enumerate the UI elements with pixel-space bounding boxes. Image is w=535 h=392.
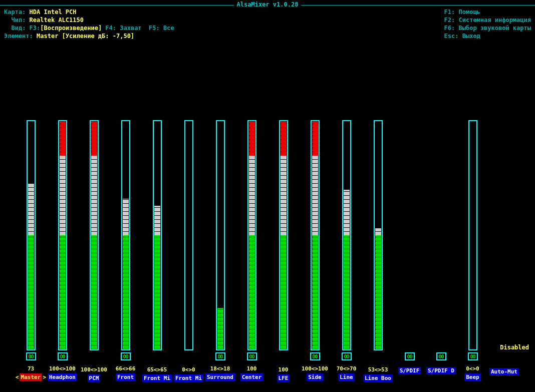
volume-slot [216, 115, 225, 350]
volume-bar[interactable] [216, 120, 225, 350]
mute-toggle[interactable]: OO [468, 352, 478, 360]
volume-bar[interactable] [374, 120, 383, 350]
mixer-channel[interactable]: OOS/PDIF [394, 115, 425, 382]
channel-level: 0<>0 [466, 365, 479, 372]
channel-label[interactable]: Center [240, 373, 263, 381]
volume-bar[interactable] [279, 120, 288, 350]
volume-bar[interactable] [184, 120, 193, 350]
mute-toggle[interactable]: OO [342, 352, 352, 360]
mixer-channel[interactable]: OO70<>70Line [331, 115, 362, 382]
channel-level: 100 [247, 365, 257, 372]
app-title-bar: AlsaMixer v1.0.28 [0, 1, 535, 8]
mixer-channel[interactable]: Auto-Mut [488, 115, 520, 382]
volume-slot [153, 115, 162, 350]
mute-toggle[interactable]: OO [215, 352, 225, 360]
mixer-channel[interactable]: OO100Center [236, 115, 268, 382]
volume-slot [279, 115, 288, 350]
mute-toggle[interactable]: OO [310, 352, 320, 360]
mixer-channel[interactable]: OO0<>0Beep [457, 115, 488, 382]
channel-label[interactable]: Side [307, 373, 323, 381]
channel-label[interactable]: S/PDIF D [426, 367, 456, 374]
volume-bar[interactable] [342, 120, 351, 350]
mixer-channel[interactable]: 100<>100PCM [78, 115, 110, 382]
mixer-channel[interactable]: 53<>53Line Boo [362, 115, 394, 382]
channel-level: 53<>53 [368, 366, 388, 373]
volume-slot [468, 115, 477, 350]
volume-slot [58, 115, 67, 350]
mixer-channel[interactable]: OOS/PDIF D [425, 115, 457, 382]
volume-bar[interactable] [90, 120, 99, 350]
channel-label[interactable]: Front Mi [142, 374, 172, 382]
volume-bar[interactable] [311, 120, 320, 350]
info-panel-left: Карта: HDA Intel PCH Чип: Realtek ALC115… [4, 8, 174, 40]
mute-toggle[interactable]: OO [247, 352, 257, 360]
volume-bar[interactable] [468, 120, 477, 350]
volume-slot [121, 115, 130, 350]
mixer-channel[interactable]: OO73<Master> [15, 115, 47, 382]
channel-level: 100<>100 [49, 365, 76, 372]
channel-label[interactable]: PCM [88, 374, 101, 382]
channel-label[interactable]: Line Boo [363, 374, 393, 382]
mute-toggle[interactable]: OO [26, 352, 36, 360]
channel-label[interactable]: Front Mi [174, 374, 203, 382]
mixer-channel[interactable]: 0<>0Front Mi [173, 115, 204, 382]
mute-toggle[interactable]: OO [405, 352, 415, 360]
mixer-channel[interactable]: OO100<>100Side [299, 115, 331, 382]
channel-level: 100 [279, 366, 289, 373]
channel-label[interactable]: Auto-Mut [489, 368, 519, 375]
volume-bar[interactable] [153, 120, 162, 350]
channel-label[interactable]: Master [20, 373, 43, 381]
channel-label[interactable]: S/PDIF [398, 367, 421, 374]
volume-bar[interactable] [247, 120, 256, 350]
channel-label[interactable]: Front [116, 373, 135, 381]
mixer-channel[interactable]: OO66<>66Front [110, 115, 141, 382]
volume-slot [374, 115, 383, 350]
volume-bar[interactable] [58, 120, 67, 350]
channel-level: 0<>0 [182, 366, 195, 373]
mute-toggle[interactable]: OO [121, 352, 131, 360]
channel-level: 66<>66 [116, 365, 136, 372]
channel-level: 65<>65 [147, 366, 167, 373]
help-panel: F1: Помощь F2: Системная информация F6: … [444, 8, 531, 40]
volume-slot [247, 115, 256, 350]
channel-level: 70<>70 [337, 365, 357, 372]
channel-label[interactable]: LFE [277, 374, 290, 382]
channel-label[interactable]: Surround [205, 373, 235, 381]
mute-toggle[interactable]: OO [58, 352, 68, 360]
mixer-channel[interactable]: 100LFE [268, 115, 299, 382]
mute-toggle[interactable]: OO [436, 352, 446, 360]
volume-bar[interactable] [121, 120, 130, 350]
app-title: AlsaMixer v1.0.28 [234, 1, 302, 8]
volume-slot [342, 115, 351, 350]
channel-level: 18<>18 [210, 365, 230, 372]
volume-slot [90, 115, 99, 350]
volume-slot [184, 115, 193, 350]
channel-label[interactable]: Line [338, 373, 355, 381]
channel-level: 100<>100 [81, 366, 107, 373]
channel-level: 73 [28, 365, 34, 372]
channel-label[interactable]: Headphon [48, 373, 77, 381]
mixer-channel[interactable]: 65<>65Front Mi [141, 115, 173, 382]
mixer-channel[interactable]: OO18<>18Surround [204, 115, 236, 382]
channel-level: 100<>100 [302, 365, 328, 372]
volume-slot [27, 115, 36, 350]
volume-bar[interactable] [27, 120, 36, 350]
channel-label[interactable]: Beep [464, 373, 481, 381]
mixer-channels: OO73<Master>OO100<>100Headphon100<>100PC… [15, 115, 520, 382]
mixer-channel[interactable]: OO100<>100Headphon [47, 115, 78, 382]
volume-slot [311, 115, 320, 350]
